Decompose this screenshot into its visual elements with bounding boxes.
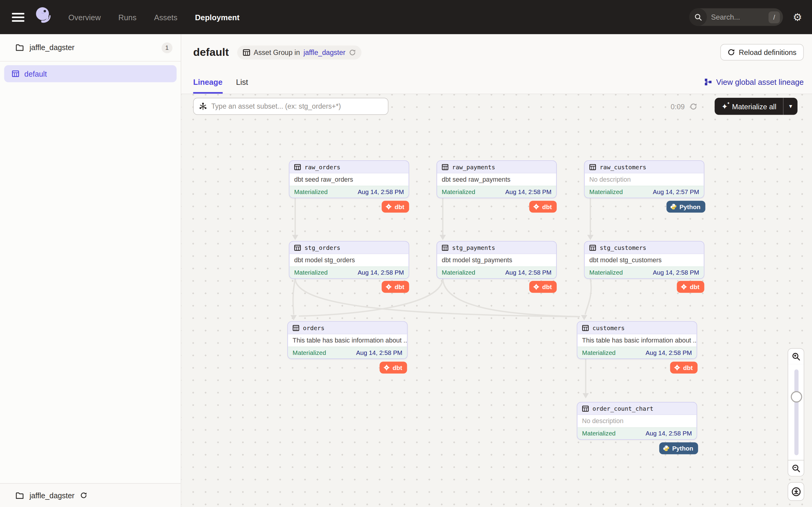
asset-timestamp[interactable]: Aug 14, 2:58 PM (505, 269, 551, 276)
asset-description: dbt model stg_payments (437, 254, 556, 267)
materialize-dropdown-caret[interactable]: ▼ (783, 104, 798, 109)
dagster-app: Overview Runs Assets Deployment Search..… (0, 0, 812, 507)
tabs-row: Lineage List View global asset lineage (193, 70, 804, 94)
asset-node-raw-payments[interactable]: raw_payments dbt seed raw_payments Mater… (437, 160, 557, 198)
zoom-in-button[interactable] (788, 348, 804, 365)
badge-label: dbt (395, 203, 404, 210)
nav-item-assets[interactable]: Assets (154, 13, 177, 21)
asset-node-customers[interactable]: customers This table has basic informati… (577, 321, 697, 359)
tab-lineage[interactable]: Lineage (193, 70, 222, 94)
badge-label: dbt (395, 283, 404, 291)
asset-status: Materialized (294, 188, 328, 195)
refresh-group-icon[interactable] (349, 49, 356, 56)
asset-timestamp[interactable]: Aug 14, 2:58 PM (505, 188, 551, 195)
repo-name: jaffle_dagster (30, 44, 74, 52)
asset-node-stg-customers[interactable]: stg_customers dbt model stg_customers Ma… (584, 241, 704, 279)
tab-list[interactable]: List (236, 70, 248, 94)
sidebar-item-label: default (24, 70, 47, 78)
asset-description: This table has basic information about .… (577, 334, 696, 346)
python-logo-icon (663, 445, 669, 451)
dagster-logo-icon[interactable] (34, 6, 54, 29)
asset-description: dbt seed raw_orders (289, 173, 408, 186)
search-placeholder: Search... (711, 13, 768, 21)
asset-node-orders[interactable]: orders This table has basic information … (287, 321, 408, 359)
badge-label: dbt (690, 283, 699, 291)
asset-status: Materialized (582, 430, 616, 437)
dbt-logo-icon (674, 364, 680, 371)
zoom-out-button[interactable] (788, 460, 804, 476)
top-nav: Overview Runs Assets Deployment Search..… (0, 0, 812, 34)
nav-item-deployment[interactable]: Deployment (195, 13, 240, 21)
materialize-all-button[interactable]: ✦ Materialize all ▼ (715, 98, 798, 115)
materialize-label: Materialize all (732, 102, 776, 110)
asset-name: stg_customers (600, 244, 646, 251)
asset-description: dbt model stg_customers (585, 254, 704, 267)
asset-node-raw-customers[interactable]: raw_customers No description Materialize… (584, 160, 704, 198)
table-icon (243, 49, 250, 56)
table-icon (294, 244, 301, 251)
reload-definitions-button[interactable]: Reload definitions (720, 44, 804, 61)
settings-gear-icon[interactable]: ⚙ (783, 11, 812, 23)
footer-repo-name: jaffle_dagster (30, 491, 74, 500)
nav-item-runs[interactable]: Runs (118, 13, 137, 21)
asset-name: raw_customers (600, 163, 646, 170)
nav-item-overview[interactable]: Overview (68, 13, 101, 21)
search-input[interactable]: Search... / (689, 8, 783, 25)
dbt-badge: dbt (382, 201, 409, 213)
asset-name: raw_orders (305, 163, 341, 170)
asset-node-order-count-chart[interactable]: order_count_chart No description Materia… (577, 402, 697, 440)
asset-timestamp[interactable]: Aug 14, 2:58 PM (358, 188, 404, 195)
lineage-icon (704, 78, 712, 86)
hamburger-menu-icon[interactable] (12, 13, 24, 21)
search-shortcut-key: / (768, 11, 780, 23)
group-pill-repo-link[interactable]: jaffle_dagster (304, 48, 346, 56)
dbt-logo-icon (533, 283, 540, 290)
dbt-badge: dbt (670, 361, 697, 373)
asset-status: Materialized (294, 269, 328, 276)
asset-status: Materialized (589, 188, 623, 195)
asset-timestamp[interactable]: Aug 14, 2:57 PM (653, 188, 699, 195)
asset-node-stg-orders[interactable]: stg_orders dbt model stg_orders Material… (289, 241, 409, 279)
download-image-button[interactable] (788, 482, 804, 501)
python-logo-icon (670, 204, 677, 210)
dbt-badge: dbt (529, 281, 556, 293)
dbt-badge: dbt (382, 281, 409, 293)
dbt-logo-icon (385, 204, 392, 210)
dbt-badge: dbt (380, 361, 407, 373)
table-icon (293, 325, 299, 331)
badge-label: dbt (542, 283, 552, 291)
lineage-canvas[interactable] (181, 94, 812, 507)
filter-placeholder: Type an asset subset... (ex: stg_orders+… (211, 102, 341, 110)
asset-group-pill: Asset Group in jaffle_dagster (237, 45, 362, 59)
asset-description: dbt seed raw_payments (437, 173, 556, 186)
zoom-slider[interactable] (788, 364, 804, 460)
asset-name: raw_payments (452, 163, 495, 170)
zoom-slider-track[interactable] (795, 370, 799, 455)
asset-graph-filter-icon (199, 102, 207, 110)
asset-timestamp[interactable]: Aug 14, 2:58 PM (646, 430, 692, 437)
asset-timestamp[interactable]: Aug 14, 2:58 PM (358, 269, 404, 276)
sidebar-item-default[interactable]: default (4, 65, 177, 82)
asset-timestamp[interactable]: Aug 14, 2:58 PM (646, 349, 692, 356)
table-icon (582, 325, 589, 331)
sidebar-footer: jaffle_dagster (0, 483, 181, 507)
refresh-repo-icon[interactable] (80, 492, 87, 499)
asset-node-raw-orders[interactable]: raw_orders dbt seed raw_orders Materiali… (289, 160, 409, 198)
sidebar-repo-jaffle-dagster[interactable]: jaffle_dagster 1 (0, 34, 181, 62)
asset-description: dbt model stg_orders (289, 254, 408, 267)
asset-description: No description (585, 173, 704, 186)
refresh-graph-icon[interactable] (690, 103, 697, 110)
table-icon (442, 164, 448, 170)
asset-name: orders (303, 324, 324, 331)
asset-name: stg_orders (305, 244, 341, 251)
asset-timestamp[interactable]: Aug 14, 2:58 PM (653, 269, 699, 276)
asset-timestamp[interactable]: Aug 14, 2:58 PM (356, 349, 402, 356)
view-global-asset-lineage-link[interactable]: View global asset lineage (704, 77, 804, 86)
zoom-slider-handle[interactable] (791, 391, 802, 403)
main-header: default Asset Group in jaffle_dagster Re… (181, 34, 812, 94)
badge-label: Python (672, 445, 693, 452)
asset-node-stg-payments[interactable]: stg_payments dbt model stg_payments Mate… (437, 241, 557, 279)
asset-subset-filter-input[interactable]: Type an asset subset... (ex: stg_orders+… (193, 98, 388, 115)
badge-label: Python (679, 203, 701, 210)
table-icon (442, 244, 448, 251)
